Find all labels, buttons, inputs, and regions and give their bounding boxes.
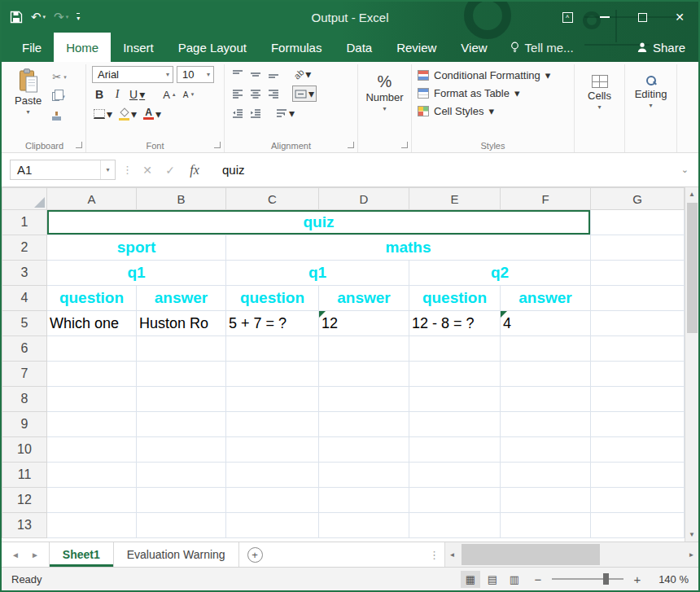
cell-F4[interactable]: answer (501, 286, 591, 311)
cell-B12[interactable] (137, 488, 226, 513)
zoom-slider-thumb[interactable] (603, 573, 609, 585)
column-header-C[interactable]: C (226, 188, 319, 210)
row-header-6[interactable]: 6 (2, 336, 47, 362)
previous-sheet-icon[interactable]: ◄ (11, 550, 20, 559)
row-header-11[interactable]: 11 (2, 463, 47, 488)
format-as-table-button[interactable]: Format as Table ▾ (418, 87, 568, 99)
cell-A10[interactable] (47, 437, 137, 463)
cell-E9[interactable] (409, 412, 501, 437)
scroll-left-icon[interactable]: ◄ (445, 542, 459, 567)
cell-C12[interactable] (226, 488, 319, 513)
cell-styles-button[interactable]: Cell Styles ▾ (418, 105, 568, 117)
cell-C6[interactable] (226, 336, 319, 362)
cell-D9[interactable] (319, 412, 409, 437)
cell-D13[interactable] (319, 513, 409, 538)
copy-button[interactable]: ▾ (52, 89, 66, 104)
cell-A7[interactable] (47, 362, 137, 387)
insert-function-button[interactable]: fx (185, 163, 204, 178)
new-sheet-button[interactable]: + (247, 547, 263, 563)
row-header-7[interactable]: 7 (2, 362, 47, 387)
zoom-slider[interactable] (552, 578, 623, 580)
cell-F8[interactable] (501, 387, 591, 412)
wrap-text-button[interactable]: ▾ (274, 105, 296, 121)
cell-F13[interactable] (501, 513, 591, 538)
align-middle-button[interactable] (248, 66, 263, 82)
cell-D11[interactable] (319, 463, 409, 488)
cell-G9[interactable] (591, 412, 685, 437)
zoom-level[interactable]: 140 % (651, 573, 689, 585)
cell-E6[interactable] (409, 336, 501, 362)
cell-B6[interactable] (137, 336, 226, 362)
tab-review[interactable]: Review (384, 33, 448, 62)
cell-G7[interactable] (591, 362, 685, 387)
cell-A9[interactable] (47, 412, 137, 437)
cell-G6[interactable] (591, 336, 685, 362)
cell-F5[interactable]: 4 (501, 311, 591, 336)
tab-data[interactable]: Data (334, 33, 384, 62)
cancel-entry-button[interactable]: ✕ (139, 164, 155, 177)
font-name-combobox[interactable]: Arial▾ (92, 66, 173, 83)
align-right-button[interactable] (266, 86, 281, 102)
italic-button[interactable]: I (110, 86, 125, 103)
increase-indent-button[interactable] (248, 105, 263, 121)
cell-E7[interactable] (409, 362, 501, 387)
cell-D12[interactable] (319, 488, 409, 513)
font-size-combobox[interactable]: 10▾ (177, 66, 214, 83)
horizontal-scrollbar[interactable]: ◄ ► (444, 542, 698, 567)
tab-file[interactable]: File (10, 33, 54, 62)
alignment-dialog-launcher[interactable] (348, 142, 354, 148)
cell-A1[interactable]: quiz (47, 210, 591, 235)
cell-G4[interactable] (591, 286, 685, 311)
tab-insert[interactable]: Insert (111, 33, 166, 62)
grow-font-button[interactable]: A▲ (161, 86, 178, 103)
row-header-12[interactable]: 12 (2, 488, 47, 513)
cell-D6[interactable] (319, 336, 409, 362)
cell-B5[interactable]: Huston Ro (137, 311, 226, 336)
cell-C13[interactable] (226, 513, 319, 538)
cell-C7[interactable] (226, 362, 319, 387)
column-header-D[interactable]: D (319, 188, 409, 210)
scroll-up-icon[interactable]: ▲ (685, 187, 698, 201)
cell-B10[interactable] (137, 437, 226, 463)
tab-formulas[interactable]: Formulas (259, 33, 335, 62)
decrease-indent-button[interactable] (230, 105, 245, 121)
cell-E4[interactable]: question (409, 286, 501, 311)
cell-A3[interactable]: q1 (47, 261, 226, 286)
cell-B8[interactable] (137, 387, 226, 412)
cell-F10[interactable] (501, 437, 591, 463)
cell-B7[interactable] (137, 362, 226, 387)
font-dialog-launcher[interactable] (214, 142, 221, 148)
cell-F9[interactable] (501, 412, 591, 437)
cell-A13[interactable] (47, 513, 137, 538)
format-painter-button[interactable] (52, 108, 66, 124)
sheet-tab-sheet1[interactable]: Sheet1 (49, 542, 114, 567)
cell-G11[interactable] (591, 463, 685, 488)
select-all-corner[interactable] (2, 188, 47, 210)
cell-G8[interactable] (591, 387, 685, 412)
cell-A5[interactable]: Which one (47, 311, 137, 336)
cell-E10[interactable] (409, 437, 501, 463)
borders-button[interactable]: ▾ (92, 106, 114, 122)
fill-color-button[interactable]: ▾ (117, 106, 138, 122)
cell-D4[interactable]: answer (319, 286, 409, 311)
paste-button[interactable]: Paste ▾ (9, 66, 47, 124)
cell-A2[interactable]: sport (47, 235, 226, 261)
horizontal-scroll-thumb[interactable] (462, 544, 600, 565)
cell-A11[interactable] (47, 463, 137, 488)
cell-C8[interactable] (226, 387, 319, 412)
column-header-E[interactable]: E (409, 188, 501, 210)
cell-C2[interactable]: maths (226, 235, 591, 261)
cell-F11[interactable] (501, 463, 591, 488)
cell-B13[interactable] (137, 513, 226, 538)
column-header-G[interactable]: G (591, 188, 685, 210)
shrink-font-button[interactable]: A▼ (182, 86, 197, 103)
tab-splitter-icon[interactable]: ⋮ (424, 549, 444, 561)
cell-D7[interactable] (319, 362, 409, 387)
vertical-scrollbar[interactable]: ▲ ▼ (685, 187, 698, 542)
align-top-button[interactable] (230, 66, 245, 82)
tab-home[interactable]: Home (54, 33, 111, 62)
formula-input[interactable]: quiz (211, 160, 675, 180)
cell-A8[interactable] (47, 387, 137, 412)
cell-G12[interactable] (591, 488, 685, 513)
cell-E3[interactable]: q2 (409, 261, 591, 286)
